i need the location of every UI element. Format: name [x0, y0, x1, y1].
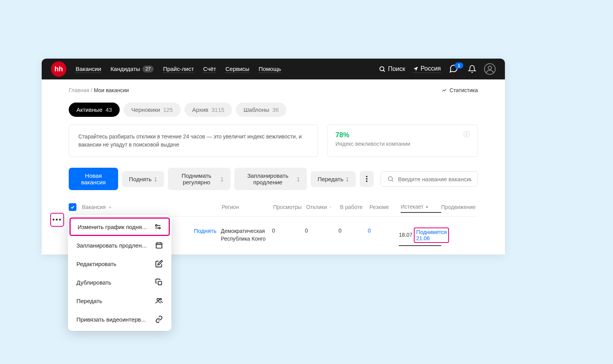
avatar-button[interactable]: [484, 63, 496, 75]
vacancy-search-input[interactable]: [398, 176, 471, 182]
nav-candidates[interactable]: Кандидаты 27: [110, 66, 154, 73]
copy-icon: [155, 278, 163, 286]
header-resume[interactable]: Резюме: [369, 204, 401, 210]
header-search[interactable]: Поиск: [379, 66, 405, 72]
raise-count: 1: [154, 176, 157, 182]
header-vacancy-label: Вакансия: [82, 204, 105, 210]
schedule-count: 1: [296, 176, 300, 182]
transfer-count: 1: [346, 176, 349, 182]
crumb-home[interactable]: Главная: [69, 87, 89, 93]
logo-text: hh: [54, 65, 63, 73]
nav-account[interactable]: Счёт: [203, 66, 216, 73]
arrow-down-icon: [108, 205, 112, 209]
row-actions-trigger[interactable]: •••: [50, 213, 64, 227]
header-views[interactable]: Просмотры: [273, 204, 306, 210]
tab-templates[interactable]: Шаблоны 36: [236, 103, 286, 117]
candidates-badge: 27: [142, 66, 154, 72]
transfer-button[interactable]: Передать 1: [311, 171, 356, 187]
header-applies[interactable]: Отклики: [306, 204, 340, 210]
tip-box: Старайтесь разбирать отклики в течение 2…: [69, 125, 318, 157]
tab-drafts-count: 125: [163, 106, 173, 113]
main-nav: Вакансии Кандидаты 27 Прайс-лист Счёт Се…: [76, 66, 379, 73]
calendar-icon: [155, 241, 163, 249]
nav-help[interactable]: Помощь: [259, 66, 281, 73]
stats-label: Статистика: [449, 87, 478, 93]
svg-point-3: [366, 176, 367, 177]
tab-active[interactable]: Активные 43: [69, 103, 120, 117]
header-in-work[interactable]: В работе: [340, 204, 369, 210]
raises-date-badge[interactable]: Поднимется 21.06: [414, 228, 449, 243]
bell-icon[interactable]: [468, 65, 476, 73]
menu-duplicate[interactable]: Дублировать: [68, 273, 171, 292]
svg-point-0: [380, 67, 384, 71]
nav-services[interactable]: Сервисы: [225, 66, 249, 73]
select-all-cell: [69, 203, 82, 211]
vacancy-search-box[interactable]: [381, 171, 478, 187]
nav-vacancies[interactable]: Вакансии: [76, 66, 101, 73]
check-icon: [70, 205, 75, 209]
location-icon: [413, 66, 418, 71]
svg-point-6: [388, 177, 393, 181]
tab-archive-label: Архив: [192, 106, 208, 113]
politeness-box: 78% Индекс вежливости компании i: [327, 125, 478, 157]
tab-active-count: 43: [105, 106, 112, 113]
menu-schedule-extension-label: Запланировать продлен...: [76, 242, 155, 249]
menu-change-raise-schedule[interactable]: Изменить график подня...: [69, 217, 170, 236]
new-vacancy-button[interactable]: Новая вакансия: [69, 168, 118, 190]
arrow-down-icon: [425, 204, 429, 209]
svg-point-4: [366, 178, 367, 180]
row-views-cell: 0: [272, 228, 305, 234]
tab-templates-count: 36: [272, 106, 279, 113]
menu-edit[interactable]: Редактировать: [68, 254, 171, 273]
arrow-down-icon: [329, 205, 332, 209]
region-selector[interactable]: Россия: [413, 65, 441, 73]
table-header: Вакансия Регион Просмотры Отклики В рабо…: [69, 198, 478, 217]
breadcrumb: Главная / Мои вакансии: [69, 87, 129, 93]
row-raise-link[interactable]: Поднять: [194, 228, 217, 234]
tab-templates-label: Шаблоны: [244, 106, 269, 113]
tab-active-label: Активные: [76, 106, 102, 113]
transfer-label: Передать: [318, 176, 344, 182]
politeness-percent: 78%: [335, 131, 410, 139]
header-right: Поиск Россия 1: [379, 63, 496, 75]
schedule-extension-button[interactable]: Запланировать продление 1: [234, 168, 306, 190]
nav-candidates-label: Кандидаты: [110, 66, 140, 72]
search-icon: [387, 175, 394, 182]
header-vacancy[interactable]: Вакансия: [82, 204, 222, 210]
info-icon[interactable]: i: [464, 131, 470, 137]
link-icon: [155, 315, 163, 323]
header-promotion[interactable]: Продвижение: [441, 204, 478, 210]
menu-schedule-extension[interactable]: Запланировать продлен...: [68, 236, 171, 254]
svg-line-7: [392, 180, 393, 182]
menu-attach-video[interactable]: Привязать видеоинтерв...: [68, 310, 171, 329]
header-applies-label: Отклики: [306, 204, 327, 210]
more-actions-button[interactable]: [360, 171, 374, 187]
recurring-raise-button[interactable]: Поднимать регулярно 1: [168, 168, 230, 190]
dots-horizontal-icon: •••: [52, 216, 62, 223]
row-applies-cell: 0: [305, 228, 339, 234]
header-expires[interactable]: Истекает: [401, 204, 441, 213]
tab-drafts[interactable]: Черновики 125: [124, 103, 181, 117]
dots-vertical-icon: [366, 176, 367, 182]
row-expires-cell: 18.07 Поднимется 21.06: [399, 228, 441, 246]
nav-pricing[interactable]: Прайс-лист: [163, 66, 194, 73]
svg-point-11: [156, 225, 157, 226]
svg-rect-19: [158, 281, 162, 285]
crumb-sep: /: [91, 87, 92, 93]
svg-point-5: [366, 180, 367, 182]
hh-logo[interactable]: hh: [51, 61, 66, 77]
recurring-label: Поднимать регулярно: [175, 172, 218, 185]
header-region[interactable]: Регион: [222, 204, 273, 210]
chat-button[interactable]: 1: [449, 64, 460, 74]
raise-button[interactable]: Поднять 1: [122, 171, 164, 187]
svg-rect-15: [156, 243, 162, 248]
svg-point-2: [488, 66, 492, 69]
menu-edit-label: Редактировать: [76, 261, 155, 267]
menu-transfer[interactable]: Передать: [68, 292, 171, 310]
select-all-checkbox[interactable]: [69, 203, 76, 211]
crumb-current: Мои вакансии: [94, 87, 129, 93]
tab-archive[interactable]: Архив 3115: [185, 103, 232, 117]
statistics-link[interactable]: Статистика: [442, 87, 478, 93]
menu-change-raise-schedule-label: Изменить график подня...: [78, 224, 154, 230]
row-resume-cell[interactable]: 0: [368, 228, 399, 234]
